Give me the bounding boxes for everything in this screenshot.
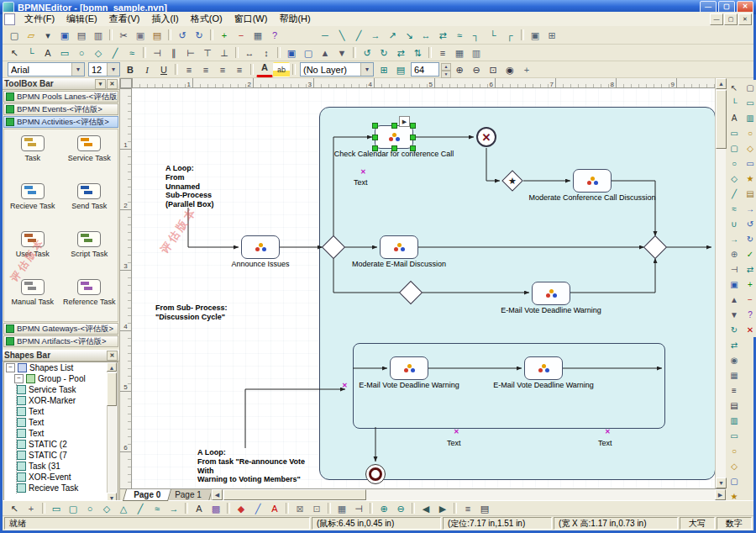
redo-button[interactable]: ↻: [191, 28, 207, 43]
connect-tool[interactable]: └: [727, 96, 742, 110]
line-color-button[interactable]: ╱: [249, 501, 266, 516]
connector-elbow-down-tool[interactable]: ┐: [468, 28, 485, 43]
menu-edit[interactable]: 编辑(E): [60, 12, 103, 26]
zoom-spinner[interactable]: ▲▼: [441, 63, 451, 76]
flow-conference-to-join[interactable]: [612, 181, 655, 236]
print-preview-button[interactable]: ▥: [90, 28, 107, 43]
align-text-left-button[interactable]: ≡: [181, 62, 197, 77]
toolbox-section-artifacts[interactable]: BPMN Artifacts-<评估版>: [3, 335, 118, 347]
undo-button[interactable]: ↺: [174, 28, 191, 43]
mdi-minimize-button[interactable]: —: [710, 13, 723, 25]
tool-reference-task[interactable]: Reference Task: [61, 273, 118, 321]
text-annotation-bottom-1[interactable]: Text: [447, 439, 461, 447]
triangle-tool[interactable]: △: [115, 501, 132, 516]
rounded-rect-tool[interactable]: ▢: [65, 501, 81, 516]
grid-tool[interactable]: ▦: [727, 368, 742, 383]
zoom-in-button[interactable]: ⊕: [375, 501, 392, 516]
menu-view[interactable]: 查看(V): [103, 12, 146, 26]
spin-up-icon[interactable]: ▲: [441, 63, 451, 71]
align-text-right-button[interactable]: ≡: [214, 62, 231, 77]
scroll-thumb[interactable]: [716, 90, 727, 149]
same-height-button[interactable]: ↕: [258, 45, 275, 61]
zoom-fit-button[interactable]: ⊡: [485, 62, 501, 77]
flow-annotation-to-announce[interactable]: [188, 208, 239, 247]
task-tool[interactable]: ▢: [727, 474, 742, 488]
snap-grid-button[interactable]: ▦: [333, 501, 350, 516]
connector-elbow-up-tool[interactable]: └: [485, 28, 501, 43]
flow-vote1-to-join[interactable]: [570, 258, 655, 293]
rect-tool[interactable]: ▭: [727, 126, 742, 140]
page-setup-button[interactable]: ▥: [468, 45, 485, 61]
flow-xgate-to-star[interactable]: [486, 148, 500, 181]
diamond-tool[interactable]: ◇: [98, 501, 115, 516]
add-button[interactable]: +: [216, 28, 233, 43]
ellipse-tool[interactable]: ○: [73, 45, 90, 61]
selection-handle-w[interactable]: [372, 135, 378, 140]
end-event[interactable]: [365, 464, 386, 484]
annotation-loop-parallel[interactable]: A Loop: From Unnamed Sub-Process (Parall…: [165, 164, 214, 209]
task-moderate-email[interactable]: Moderate E-Mail Discussion: [380, 235, 418, 259]
canvas-horizontal-scrollbar[interactable]: ◀ ▶: [211, 489, 726, 500]
lane-tool[interactable]: ▥: [727, 414, 742, 428]
flow-annotation-to-subprocess[interactable]: [245, 389, 345, 448]
layer-combo[interactable]: (No Layer) ▾: [300, 62, 374, 77]
tree-item-text-1[interactable]: Text: [17, 406, 118, 417]
font-family-combo[interactable]: Arial ▾: [8, 62, 85, 77]
pan-tool[interactable]: +: [23, 501, 39, 516]
add-layer-button[interactable]: ⊞: [375, 62, 392, 77]
rotate-tool[interactable]: ↻: [727, 323, 742, 337]
selection-handle-e[interactable]: [410, 135, 416, 140]
grid-toggle-button[interactable]: ▦: [249, 28, 266, 43]
paste-button[interactable]: ▤: [149, 28, 165, 43]
new-document-button[interactable]: ▢: [6, 28, 23, 43]
align-text-center-button[interactable]: ≡: [197, 62, 214, 77]
selection-handle-sw[interactable]: [372, 145, 378, 151]
italic-button[interactable]: I: [139, 62, 155, 77]
group-button[interactable]: ▣: [283, 45, 300, 61]
validate-tool[interactable]: ✓: [743, 247, 756, 261]
tab-page-0[interactable]: Page 0: [123, 489, 171, 501]
tree-item-text-2[interactable]: Text: [17, 417, 118, 428]
tab-page-1[interactable]: Page 1: [164, 489, 213, 501]
zoom-page-button[interactable]: ◉: [501, 62, 518, 77]
annotation-loop-reannounce[interactable]: A Loop: From task "Re-announce Vote With…: [197, 448, 305, 484]
selection-handle-nw[interactable]: [372, 123, 378, 129]
print-button[interactable]: ▤: [73, 28, 90, 43]
underline-button[interactable]: U: [155, 62, 172, 77]
save-button[interactable]: ▣: [56, 28, 73, 43]
align-bottom-button[interactable]: ⊥: [216, 45, 233, 61]
tool-manual-task[interactable]: Manual Task: [4, 273, 61, 321]
pool-shape-tool[interactable]: ▭: [743, 96, 756, 110]
connector-diagonal-down-tool[interactable]: ╲: [333, 28, 350, 43]
zoom-combo[interactable]: 64: [411, 62, 439, 77]
cascade-windows-button[interactable]: ▣: [527, 28, 543, 43]
flip-tool[interactable]: ⇄: [727, 338, 742, 352]
note-tool[interactable]: ▤: [743, 187, 756, 201]
tree-scrollbar[interactable]: ▲ ▼: [107, 362, 118, 500]
group-tool[interactable]: ▣: [727, 277, 742, 292]
swap-tool[interactable]: ⇄: [743, 262, 756, 277]
bring-front-tool[interactable]: ▲: [727, 293, 742, 307]
tree-group-pool[interactable]: − Group - Pool: [13, 373, 118, 384]
zoom-out-button[interactable]: ⊖: [468, 62, 485, 77]
task-check-calendar[interactable]: Check Calendar for conference Call: [375, 125, 413, 149]
remove-button[interactable]: −: [233, 28, 249, 43]
bold-button[interactable]: B: [122, 62, 139, 77]
diagram-canvas[interactable]: 评估版本 Check Calendar for conference Call▶…: [132, 88, 715, 488]
lock-button[interactable]: ⊠: [291, 501, 308, 516]
scroll-up-icon[interactable]: ▲: [107, 362, 117, 372]
panel-close-icon[interactable]: ✕: [107, 351, 118, 361]
close-tool[interactable]: ✕: [743, 323, 756, 337]
layers-tool[interactable]: ≡: [727, 383, 742, 398]
tool-service-task[interactable]: Service Task: [61, 129, 118, 177]
text-annotation-top[interactable]: Text: [354, 178, 368, 187]
selection-handle-ne[interactable]: [410, 123, 416, 129]
task-announce-issues[interactable]: Announce Issues: [241, 235, 280, 259]
ungroup-button[interactable]: ▢: [300, 45, 317, 61]
rect-tool[interactable]: ▭: [48, 501, 65, 516]
pool-tool[interactable]: ▭: [727, 429, 742, 443]
page-tool[interactable]: ▢: [743, 81, 756, 95]
zoom-in-button[interactable]: ⊕: [451, 62, 468, 77]
collapse-icon[interactable]: −: [14, 374, 24, 383]
star-shape-tool[interactable]: ★: [743, 172, 756, 186]
